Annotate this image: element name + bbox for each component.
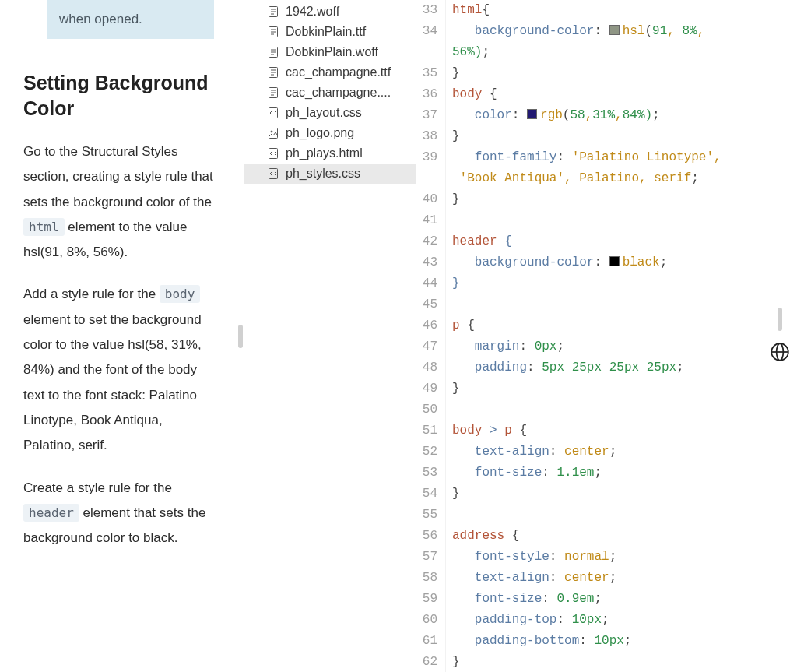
file-tree-item[interactable]: cac_champagne.... — [244, 83, 416, 103]
right-rail — [763, 0, 797, 672]
file-name: DobkinPlain.ttf — [286, 25, 366, 39]
file-icon — [267, 46, 279, 58]
line-gutter: 3334353637383940414243444546474849505152… — [416, 0, 446, 672]
code-line[interactable]: padding-top: 10px; — [452, 610, 763, 631]
callout-text: when opened. — [59, 12, 142, 26]
code-line[interactable] — [452, 505, 763, 526]
code-line[interactable]: header { — [452, 231, 763, 252]
line-number: 33 — [416, 0, 437, 21]
file-icon — [267, 167, 279, 180]
line-number — [416, 42, 437, 63]
line-number: 45 — [416, 294, 437, 315]
file-tree-item[interactable]: ph_layout.css — [244, 103, 416, 123]
line-number: 49 — [416, 378, 437, 399]
code-line[interactable]: } — [452, 378, 763, 399]
line-number: 59 — [416, 589, 437, 610]
file-tree-item[interactable]: ph_styles.css — [244, 164, 416, 184]
code-line[interactable] — [452, 399, 763, 420]
line-number: 44 — [416, 273, 437, 294]
file-tree-item[interactable]: DobkinPlain.ttf — [244, 22, 416, 42]
line-number: 43 — [416, 252, 437, 273]
code-token: html — [23, 218, 65, 236]
code-content[interactable]: html{ background-color: hsl(91, 8%, 56%)… — [446, 0, 763, 672]
code-line[interactable]: font-size: 1.1em; — [452, 463, 763, 484]
code-line[interactable]: } — [452, 273, 763, 294]
file-tree-item[interactable]: cac_champagne.ttf — [244, 62, 416, 83]
instructions-panel: when opened. Setting Background Color Go… — [0, 0, 237, 672]
line-number: 53 — [416, 463, 437, 484]
code-line[interactable]: p { — [452, 315, 763, 336]
line-number: 38 — [416, 126, 437, 147]
line-number: 56 — [416, 526, 437, 547]
code-line[interactable]: } — [452, 652, 763, 672]
file-icon — [267, 86, 279, 99]
line-number: 34 — [416, 21, 437, 42]
file-icon — [267, 127, 279, 139]
code-line[interactable]: background-color: hsl(91, 8%, — [452, 21, 763, 42]
code-line[interactable]: } — [452, 126, 763, 147]
file-icon — [267, 147, 279, 160]
file-name: 1942.woff — [286, 5, 339, 19]
line-number: 36 — [416, 84, 437, 105]
code-line[interactable]: address { — [452, 526, 763, 547]
instruction-paragraph: Create a style rule for the header eleme… — [23, 476, 214, 551]
code-line[interactable]: 56%); — [452, 42, 763, 63]
file-tree-item[interactable]: ph_logo.png — [244, 123, 416, 143]
globe-icon[interactable] — [770, 342, 790, 365]
line-number — [416, 168, 437, 189]
file-name: ph_logo.png — [286, 126, 354, 140]
line-number: 50 — [416, 399, 437, 420]
line-number: 52 — [416, 442, 437, 463]
code-line[interactable]: 'Book Antiqua', Palatino, serif; — [452, 168, 763, 189]
file-tree: 1942.woffDobkinPlain.ttfDobkinPlain.woff… — [244, 0, 416, 672]
line-number: 55 — [416, 505, 437, 526]
code-line[interactable]: padding: 5px 25px 25px 25px; — [452, 357, 763, 378]
code-line[interactable]: } — [452, 63, 763, 84]
line-number: 57 — [416, 547, 437, 568]
code-line[interactable]: } — [452, 189, 763, 210]
code-line[interactable] — [452, 210, 763, 231]
code-line[interactable] — [452, 294, 763, 315]
code-line[interactable]: background-color: black; — [452, 252, 763, 273]
file-icon — [267, 26, 279, 38]
code-line[interactable]: body > p { — [452, 420, 763, 442]
line-number: 54 — [416, 484, 437, 505]
code-line[interactable]: margin: 0px; — [452, 336, 763, 357]
code-line[interactable]: text-align: center; — [452, 568, 763, 589]
code-line[interactable]: body { — [452, 84, 763, 105]
svg-point-7 — [271, 131, 272, 132]
line-number: 37 — [416, 105, 437, 126]
code-line[interactable]: font-style: normal; — [452, 547, 763, 568]
drag-grip-icon — [238, 325, 243, 348]
file-icon — [267, 107, 279, 119]
file-tree-item[interactable]: ph_plays.html — [244, 143, 416, 164]
text: Go to the Structural Styles section, cre… — [23, 144, 213, 209]
instruction-paragraph: Add a style rule for the body element to… — [23, 282, 214, 458]
text: Add a style rule for the — [23, 287, 160, 301]
code-line[interactable]: text-align: center; — [452, 442, 763, 463]
code-line[interactable]: font-size: 0.9em; — [452, 589, 763, 610]
line-number: 58 — [416, 568, 437, 589]
code-line[interactable]: padding-bottom: 10px; — [452, 631, 763, 652]
file-name: ph_layout.css — [286, 106, 362, 120]
file-tree-item[interactable]: 1942.woff — [244, 2, 416, 22]
code-line[interactable]: } — [452, 484, 763, 505]
line-number: 60 — [416, 610, 437, 631]
instruction-paragraph: Go to the Structural Styles section, cre… — [23, 139, 214, 265]
code-line[interactable]: html{ — [452, 0, 763, 21]
file-icon — [267, 66, 279, 79]
code-line[interactable]: font-family: 'Palatino Linotype', — [452, 147, 763, 168]
code-token: header — [23, 504, 79, 522]
split-handle[interactable] — [237, 0, 244, 672]
instructions-heading: Setting Background Color — [23, 70, 214, 123]
file-tree-item[interactable]: DobkinPlain.woff — [244, 42, 416, 62]
file-name: cac_champagne.... — [286, 86, 391, 100]
line-number: 48 — [416, 357, 437, 378]
code-editor[interactable]: 3334353637383940414243444546474849505152… — [416, 0, 763, 672]
line-number: 46 — [416, 315, 437, 336]
file-name: DobkinPlain.woff — [286, 45, 378, 59]
line-number: 62 — [416, 652, 437, 672]
line-number: 61 — [416, 631, 437, 652]
line-number: 51 — [416, 420, 437, 442]
code-line[interactable]: color: rgb(58,31%,84%); — [452, 105, 763, 126]
